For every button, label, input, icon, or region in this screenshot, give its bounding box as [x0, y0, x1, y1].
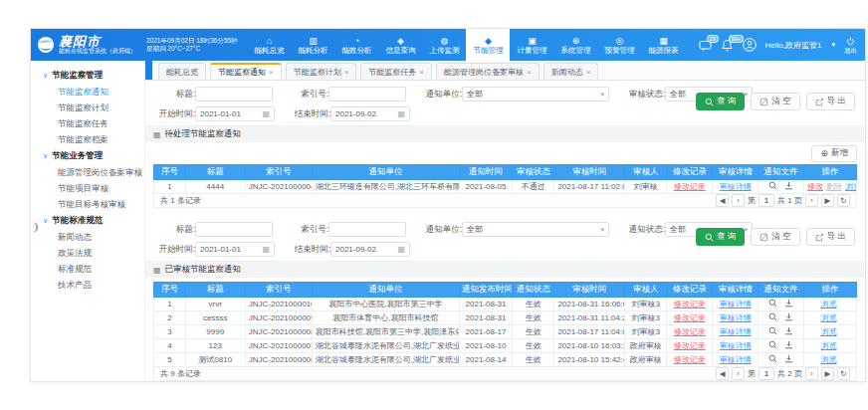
sidebar-item[interactable]: 节能监察任务: [31, 115, 144, 131]
action-link[interactable]: 浏览: [845, 182, 857, 191]
tab-6[interactable]: 新闻动态×: [543, 63, 599, 80]
preview-icon[interactable]: [768, 299, 777, 309]
action-link[interactable]: 浏览: [820, 327, 836, 336]
review-detail-link[interactable]: 审核详情: [720, 313, 752, 322]
avatar[interactable]: [743, 38, 757, 52]
refresh-icon[interactable]: ↻: [837, 194, 850, 207]
tab-1[interactable]: 能耗总览: [158, 63, 206, 80]
nav-item-3[interactable]: ◔能效分析: [334, 29, 378, 61]
action-link[interactable]: 浏览: [820, 341, 836, 350]
prev-page-button[interactable]: ‹: [732, 194, 745, 207]
sidebar-group-1[interactable]: ∨节能监察管理: [31, 67, 144, 84]
close-icon[interactable]: ×: [586, 68, 591, 77]
action-link[interactable]: 删除: [826, 182, 842, 191]
search-button[interactable]: 查 询: [696, 228, 745, 246]
sidebar-item[interactable]: 节能项目审核: [31, 180, 144, 196]
sidebar-item[interactable]: 节能监察通知: [31, 84, 144, 100]
last-page-button[interactable]: ▶: [821, 367, 834, 380]
sidebar-item[interactable]: 节能监察档案: [31, 131, 144, 147]
modify-record-link[interactable]: 修改记录: [674, 355, 706, 364]
sidebar-item[interactable]: 新闻动态: [31, 229, 144, 245]
export-button[interactable]: 导 出: [806, 228, 855, 246]
sidebar-item[interactable]: 政策法规: [31, 245, 144, 261]
close-icon[interactable]: ×: [344, 68, 349, 77]
add-button[interactable]: ⊕ 新增: [811, 145, 857, 162]
close-icon[interactable]: ×: [527, 68, 532, 77]
reviewed-index-input[interactable]: [328, 222, 406, 237]
reviewed-title-input[interactable]: [195, 222, 273, 237]
prev-page-button[interactable]: ‹: [732, 367, 745, 380]
page-number-input[interactable]: [759, 367, 774, 380]
user-greeting[interactable]: Hello,政府监管1: [765, 40, 822, 51]
nav-item-2[interactable]: ▥能耗分析: [291, 29, 334, 61]
download-icon[interactable]: [784, 299, 793, 309]
pending-end-date[interactable]: 2021-09-02 ▦: [330, 106, 410, 121]
clear-button[interactable]: 清 空: [751, 93, 799, 110]
action-link[interactable]: 浏览: [820, 313, 836, 322]
export-button[interactable]: 导 出: [806, 93, 855, 110]
preview-icon[interactable]: [768, 354, 777, 365]
logout-button[interactable]: 退出: [844, 37, 857, 54]
sidebar-item[interactable]: 节能监察计划: [31, 100, 144, 115]
sidebar-item[interactable]: 标准规范: [31, 261, 144, 277]
next-page-button[interactable]: ›: [805, 194, 818, 207]
nav-item-7[interactable]: ▣计量管理: [510, 29, 553, 61]
bell-icon[interactable]: 99+: [721, 39, 734, 52]
preview-icon[interactable]: [768, 326, 777, 337]
nav-item-6[interactable]: ◆节能管理: [466, 29, 510, 61]
page-number-input[interactable]: [759, 194, 774, 207]
review-detail-link[interactable]: 审核详情: [720, 355, 752, 364]
preview-icon[interactable]: [768, 312, 777, 323]
search-button[interactable]: 查 询: [696, 93, 745, 110]
action-link[interactable]: 浏览: [820, 355, 836, 364]
review-detail-link[interactable]: 审核详情: [720, 327, 752, 336]
tab-5[interactable]: 能源管理岗位备案审核×: [436, 63, 540, 80]
first-page-button[interactable]: ◀: [716, 367, 729, 380]
sidebar-group-2[interactable]: ∨节能业务管理: [31, 147, 144, 164]
review-detail-link[interactable]: 审核详情: [720, 341, 752, 350]
download-icon[interactable]: [784, 312, 793, 323]
nav-item-5[interactable]: ◍上传监测: [422, 29, 466, 61]
download-icon[interactable]: [784, 340, 793, 351]
action-link[interactable]: 浏览: [820, 300, 836, 308]
pending-unit-select[interactable]: 全部 ▾: [462, 87, 609, 102]
message-icon[interactable]: 29: [699, 39, 712, 52]
pending-start-date[interactable]: 2021-01-01 ▦: [195, 106, 275, 121]
pending-title-input[interactable]: [195, 87, 273, 102]
clear-button[interactable]: 清 空: [751, 228, 799, 246]
review-detail-link[interactable]: 审核详情: [720, 182, 752, 191]
pending-index-input[interactable]: [328, 87, 406, 102]
download-icon[interactable]: [784, 354, 793, 365]
sidebar-group-3[interactable]: ∨节能标准规范: [31, 212, 144, 229]
user-menu-caret-icon[interactable]: ▾: [831, 41, 835, 49]
sidebar-item[interactable]: 节能目标考核审核: [31, 196, 144, 212]
close-icon[interactable]: ×: [419, 68, 424, 77]
next-page-button[interactable]: ›: [805, 367, 818, 380]
sidebar-item[interactable]: 技术产品: [31, 277, 144, 293]
nav-item-4[interactable]: ◈信息查询: [378, 29, 422, 61]
sidebar-item[interactable]: 能源管理岗位备案审核: [31, 164, 144, 180]
close-icon[interactable]: ×: [269, 68, 274, 77]
tab-2[interactable]: 节能监察通知×: [210, 63, 282, 80]
modify-record-link[interactable]: 修改记录: [674, 313, 706, 322]
modify-record-link[interactable]: 修改记录: [674, 327, 706, 336]
tab-4[interactable]: 节能监察任务×: [360, 63, 432, 80]
modify-record-link[interactable]: 修改记录: [674, 341, 706, 350]
modify-record-link[interactable]: 修改记录: [674, 300, 706, 308]
sidebar-collapse-handle[interactable]: ❩: [31, 220, 39, 234]
last-page-button[interactable]: ▶: [821, 194, 834, 207]
download-icon[interactable]: [784, 326, 793, 337]
review-detail-link[interactable]: 审核详情: [720, 300, 752, 308]
nav-item-1[interactable]: ⌂能耗总览: [247, 29, 291, 61]
modify-record-link[interactable]: 修改记录: [674, 182, 706, 191]
reviewed-start-date[interactable]: 2021-01-01 ▦: [195, 242, 275, 257]
preview-icon[interactable]: [768, 181, 777, 192]
nav-item-9[interactable]: ◎预警管理: [597, 29, 641, 61]
download-icon[interactable]: [784, 181, 793, 192]
reviewed-unit-select[interactable]: 全部 ▾: [462, 222, 609, 237]
refresh-icon[interactable]: ↻: [837, 367, 850, 380]
action-link[interactable]: 修改: [807, 182, 823, 191]
nav-item-8[interactable]: ⊛系统管理: [553, 29, 597, 61]
first-page-button[interactable]: ◀: [716, 194, 729, 207]
tab-3[interactable]: 节能监察计划×: [286, 63, 357, 80]
